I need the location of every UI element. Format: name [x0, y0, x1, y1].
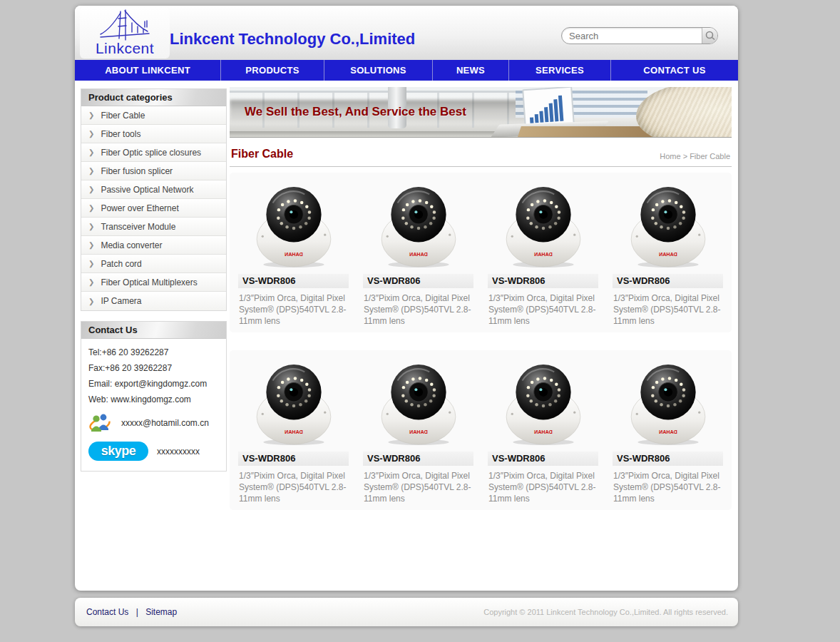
product-grid-row: DAHAN VS-WDR806 1/3″Pixim Orca, Digital …: [230, 173, 732, 332]
msn-row: xxxxx@hotamil.com.cn: [88, 412, 219, 434]
banner-slogan: We Sell the Best, And Service the Best: [245, 105, 466, 119]
product-card: DAHAN VS-WDR806 1/3″Pixim Orca, Digital …: [356, 181, 481, 327]
chevron-right-icon: ❯: [88, 241, 94, 249]
page-title-row: Fiber Cable Home > Fiber Cable: [230, 148, 732, 160]
product-card: DAHAN VS-WDR806 1/3″Pixim Orca, Digital …: [231, 359, 356, 504]
nav-products[interactable]: PRODUCTS: [221, 60, 324, 81]
product-image-dome-camera[interactable]: DAHAN: [379, 360, 459, 446]
skype-address: xxxxxxxxxx: [157, 447, 200, 457]
contact-tel: Tel:+86 20 39262287: [88, 347, 219, 357]
product-image-dome-camera[interactable]: DAHAN: [503, 183, 583, 268]
product-name[interactable]: VS-WDR806: [488, 452, 598, 466]
product-description: 1/3″Pixim Orca, Digital Pixel System® (D…: [488, 292, 598, 327]
svg-text:DAHAN: DAHAN: [409, 252, 428, 258]
product-card: DAHAN VS-WDR806 1/3″Pixim Orca, Digital …: [481, 181, 605, 327]
search-button[interactable]: [702, 28, 717, 44]
product-card: DAHAN VS-WDR806 1/3″Pixim Orca, Digital …: [605, 359, 730, 504]
svg-text:DAHAN: DAHAN: [409, 429, 428, 435]
product-description: 1/3″Pixim Orca, Digital Pixel System® (D…: [488, 470, 598, 504]
product-categories-title: Product categories: [81, 89, 226, 106]
sidebar-item-fiber-optic-splice-closures[interactable]: ❯Fiber Optic splice closures: [81, 143, 226, 162]
hero-banner: We Sell the Best, And Service the Best: [230, 87, 732, 138]
sidebar-item-fiber-fusion-splicer[interactable]: ❯Fiber fusion splicer: [81, 162, 226, 180]
svg-text:DAHAN: DAHAN: [285, 429, 303, 435]
chevron-right-icon: ❯: [88, 204, 94, 212]
product-name[interactable]: VS-WDR806: [363, 452, 473, 466]
sidebar-item-passive-optical-network[interactable]: ❯Passive Optical Network: [81, 180, 226, 199]
contact-us-title: Contact Us: [81, 322, 226, 339]
product-grid-row: DAHAN VS-WDR806 1/3″Pixim Orca, Digital …: [230, 350, 732, 510]
product-image-dome-camera[interactable]: DAHAN: [628, 360, 708, 446]
product-description: 1/3″Pixim Orca, Digital Pixel System® (D…: [613, 470, 723, 504]
chevron-right-icon: ❯: [88, 260, 94, 268]
content-area: Product categories ❯Fiber Cable ❯Fiber t…: [75, 81, 738, 510]
main-nav: ABOUT LINKCENT PRODUCTS SOLUTIONS NEWS S…: [75, 60, 738, 81]
contact-fax: Fax:+86 20 39262287: [88, 363, 219, 373]
chevron-right-icon: ❯: [88, 223, 94, 230]
footer-link-sitemap[interactable]: Sitemap: [145, 607, 177, 617]
site-header: Linkcent Linkcent Technology Co.,Limited: [75, 6, 738, 60]
product-name[interactable]: VS-WDR806: [238, 274, 349, 288]
nav-contact-us[interactable]: CONTACT US: [611, 60, 738, 81]
breadcrumb-separator: >: [683, 152, 687, 160]
nav-about-linkcent[interactable]: ABOUT LINKCENT: [75, 60, 221, 81]
company-logo[interactable]: Linkcent: [80, 7, 170, 58]
copyright-text: Copyright © 2011 Linkcent Technology Co.…: [483, 608, 728, 616]
product-name[interactable]: VS-WDR806: [488, 274, 598, 288]
svg-text:DAHAN: DAHAN: [534, 252, 553, 258]
breadcrumb-current: Fiber Cable: [690, 152, 730, 160]
contact-email: Email: export@kingdomgz.com: [88, 379, 219, 389]
contact-web: Web: www.kingdomgz.com: [88, 394, 219, 404]
product-card: DAHAN VS-WDR806 1/3″Pixim Orca, Digital …: [231, 181, 356, 327]
product-card: DAHAN VS-WDR806 1/3″Pixim Orca, Digital …: [605, 181, 730, 327]
sidebar-item-transceiver-module[interactable]: ❯Transceiver Module: [81, 218, 226, 236]
sidebar-item-media-converter[interactable]: ❯Media converter: [81, 236, 226, 255]
product-image-dome-camera[interactable]: DAHAN: [254, 183, 334, 268]
product-name[interactable]: VS-WDR806: [363, 274, 473, 288]
product-image-dome-camera[interactable]: DAHAN: [628, 183, 708, 268]
title-divider: [230, 166, 732, 167]
product-image-dome-camera[interactable]: DAHAN: [254, 360, 334, 446]
skype-logo-icon: skype: [88, 442, 148, 461]
product-name[interactable]: VS-WDR806: [613, 274, 723, 288]
product-image-dome-camera[interactable]: DAHAN: [379, 183, 459, 268]
sidebar-item-fiber-cable[interactable]: ❯Fiber Cable: [81, 106, 226, 125]
nav-news[interactable]: NEWS: [433, 60, 509, 81]
product-description: 1/3″Pixim Orca, Digital Pixel System® (D…: [238, 470, 349, 504]
sidebar-item-power-over-ethernet[interactable]: ❯Power over Ethernet: [81, 199, 226, 218]
msn-messenger-icon: [88, 412, 113, 434]
search-input[interactable]: [562, 28, 702, 44]
chevron-right-icon: ❯: [88, 297, 94, 305]
footer: Contact Us | Sitemap Copyright © 2011 Li…: [75, 598, 738, 626]
breadcrumb-home[interactable]: Home: [660, 152, 680, 160]
svg-text:DAHAN: DAHAN: [534, 429, 553, 435]
product-description: 1/3″Pixim Orca, Digital Pixel System® (D…: [238, 292, 349, 327]
nav-services[interactable]: SERVICES: [509, 60, 611, 81]
contact-us-body: Tel:+86 20 39262287 Fax:+86 20 39262287 …: [81, 339, 226, 471]
product-name[interactable]: VS-WDR806: [613, 452, 723, 466]
product-description: 1/3″Pixim Orca, Digital Pixel System® (D…: [613, 292, 723, 327]
logo-wordmark: Linkcent: [80, 40, 170, 57]
chevron-right-icon: ❯: [88, 167, 94, 175]
main-container: Linkcent Linkcent Technology Co.,Limited…: [75, 6, 738, 591]
sidebar-item-patch-cord[interactable]: ❯Patch cord: [81, 255, 226, 273]
banner-floor-edge: [230, 131, 531, 137]
msn-address: xxxxx@hotamil.com.cn: [121, 418, 209, 428]
page-title: Fiber Cable: [231, 148, 293, 160]
svg-text:DAHAN: DAHAN: [659, 429, 677, 435]
sidebar-item-fiber-tools[interactable]: ❯Fiber tools: [81, 125, 226, 143]
company-name: Linkcent Technology Co.,Limited: [170, 30, 415, 49]
footer-link-contact-us[interactable]: Contact Us: [86, 607, 128, 617]
chevron-right-icon: ❯: [88, 148, 94, 156]
product-description: 1/3″Pixim Orca, Digital Pixel System® (D…: [363, 292, 473, 327]
svg-text:DAHAN: DAHAN: [285, 252, 303, 258]
product-name[interactable]: VS-WDR806: [238, 452, 349, 466]
nav-solutions[interactable]: SOLUTIONS: [324, 60, 433, 81]
product-card: DAHAN VS-WDR806 1/3″Pixim Orca, Digital …: [481, 359, 605, 504]
sidebar-item-fiber-optical-multiplexers[interactable]: ❯Fiber Optical Multiplexers: [81, 273, 226, 292]
product-image-dome-camera[interactable]: DAHAN: [503, 360, 583, 446]
chevron-right-icon: ❯: [88, 130, 94, 138]
breadcrumb: Home > Fiber Cable: [660, 152, 730, 160]
sidebar-item-ip-camera[interactable]: ❯IP Camera: [81, 292, 226, 310]
search-box: [561, 27, 718, 44]
